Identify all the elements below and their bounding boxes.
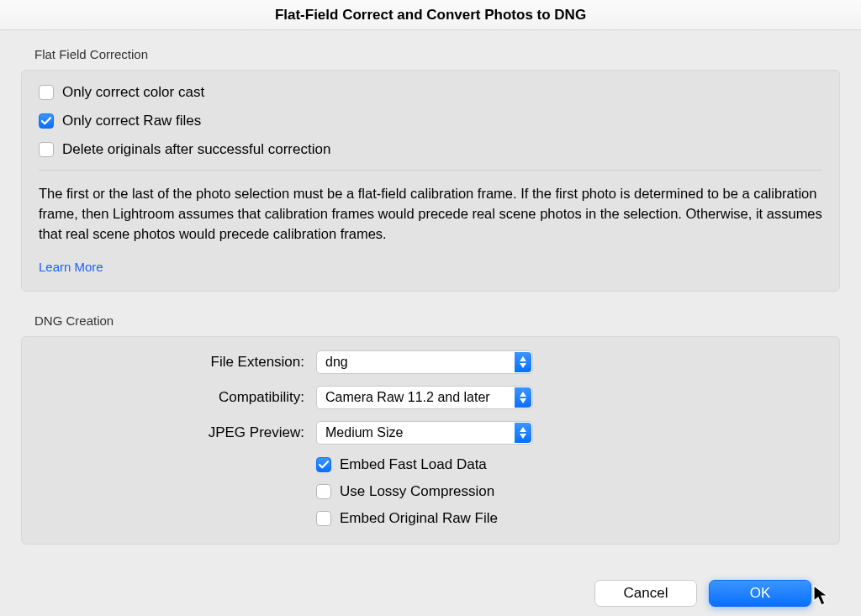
checkbox-row-lossy[interactable]: Use Lossy Compression (39, 483, 822, 500)
dialog-footer: Cancel OK (21, 566, 840, 607)
checkbox-label-embed-original: Embed Original Raw File (340, 510, 498, 527)
chevron-up-icon (520, 427, 526, 432)
window-title: Flat-Field Correct and Convert Photos to… (275, 7, 586, 24)
row-jpeg-preview: JPEG Preview: Medium Size (39, 421, 822, 445)
select-value-file-extension: dng (325, 355, 348, 370)
select-jpeg-preview[interactable]: Medium Size (316, 421, 533, 445)
label-compatibility: Compatibility: (39, 389, 316, 406)
checkbox-row-raw-files[interactable]: Only correct Raw files (39, 113, 822, 129)
row-compatibility: Compatibility: Camera Raw 11.2 and later (39, 386, 822, 409)
checkbox-label-raw-files: Only correct Raw files (62, 113, 201, 129)
checkbox-row-embed-fast[interactable]: Embed Fast Load Data (39, 456, 822, 473)
checkbox-row-color-cast[interactable]: Only correct color cast (39, 84, 822, 101)
checkbox-row-embed-original[interactable]: Embed Original Raw File (39, 510, 822, 527)
select-compatibility[interactable]: Camera Raw 11.2 and later (316, 386, 533, 409)
flat-field-section-label: Flat Field Correction (21, 47, 840, 61)
dng-panel: File Extension: dng Compatibility: Camer… (21, 336, 840, 545)
checkbox-label-embed-fast: Embed Fast Load Data (340, 456, 487, 473)
chevron-up-icon (520, 392, 526, 397)
label-file-extension: File Extension: (39, 354, 316, 371)
checkmark-icon (319, 460, 329, 470)
checkbox-embed-original[interactable] (316, 511, 331, 526)
dialog-content: Flat Field Correction Only correct color… (0, 30, 861, 607)
checkbox-embed-fast[interactable] (316, 457, 331, 472)
label-jpeg-preview: JPEG Preview: (39, 424, 316, 441)
window-titlebar: Flat-Field Correct and Convert Photos to… (0, 0, 861, 30)
flat-field-panel: Only correct color cast Only correct Raw… (21, 70, 840, 292)
checkbox-label-lossy: Use Lossy Compression (340, 483, 494, 500)
select-stepper-icon (515, 423, 531, 443)
chevron-down-icon (520, 398, 526, 403)
checkbox-color-cast[interactable] (39, 85, 54, 100)
select-value-jpeg-preview: Medium Size (325, 425, 403, 440)
dng-section-label: DNG Creation (21, 313, 840, 328)
chevron-down-icon (520, 434, 526, 439)
flat-field-description: The first or the last of the photo selec… (39, 184, 822, 245)
select-stepper-icon (515, 387, 531, 408)
chevron-down-icon (520, 363, 526, 368)
checkbox-raw-files[interactable] (39, 113, 54, 129)
select-value-compatibility: Camera Raw 11.2 and later (325, 390, 490, 405)
learn-more-link[interactable]: Learn More (39, 260, 103, 274)
checkbox-lossy[interactable] (316, 484, 331, 499)
select-stepper-icon (515, 352, 531, 372)
divider (39, 170, 822, 171)
row-file-extension: File Extension: dng (39, 350, 822, 374)
select-file-extension[interactable]: dng (316, 350, 533, 374)
checkbox-label-color-cast: Only correct color cast (62, 84, 204, 101)
ok-button[interactable]: OK (709, 580, 811, 607)
checkmark-icon (41, 116, 51, 126)
checkbox-row-delete-originals[interactable]: Delete originals after successful correc… (39, 141, 822, 158)
checkbox-label-delete-originals: Delete originals after successful correc… (62, 141, 330, 158)
cancel-button[interactable]: Cancel (594, 580, 697, 607)
checkbox-delete-originals[interactable] (39, 142, 54, 157)
chevron-up-icon (520, 356, 526, 361)
